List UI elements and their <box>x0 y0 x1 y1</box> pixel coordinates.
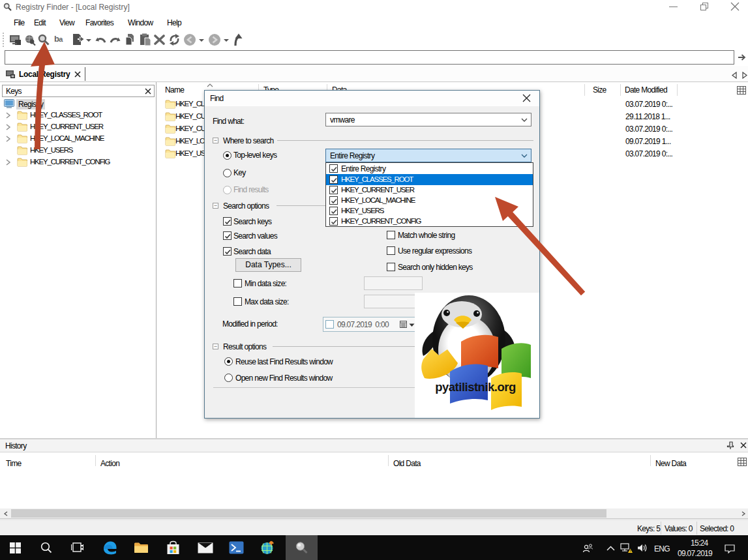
svg-text:pyatilistnik.org: pyatilistnik.org <box>435 380 516 394</box>
svg-text:!: ! <box>630 549 631 553</box>
